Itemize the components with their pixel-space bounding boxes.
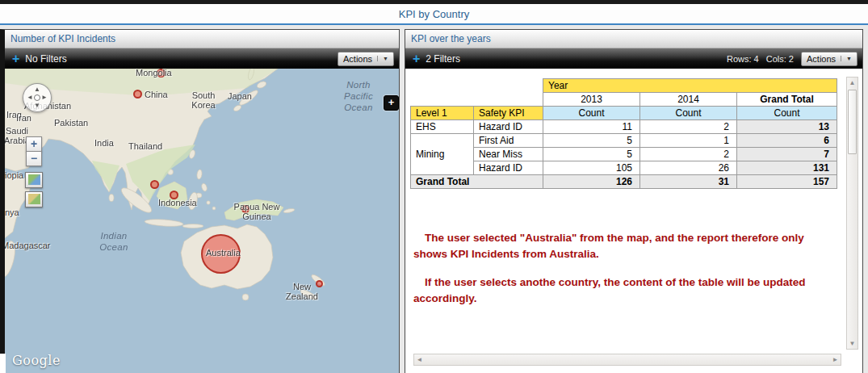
expand-map-button[interactable]: + bbox=[384, 95, 399, 111]
zoom-in-button[interactable]: + bbox=[26, 136, 42, 152]
map-type-icon bbox=[28, 174, 40, 185]
actions-label: Actions bbox=[343, 54, 372, 64]
map-marker-papua-new-guinea[interactable] bbox=[241, 205, 249, 213]
table-row: Year bbox=[411, 79, 837, 93]
actions-label: Actions bbox=[807, 54, 836, 64]
corner-cell bbox=[411, 79, 543, 93]
cell-total: 7 bbox=[737, 148, 837, 161]
cell-total: 13 bbox=[737, 120, 837, 134]
report-content: Year 2013 2014 Grand Total Level 1 Safet… bbox=[405, 69, 862, 373]
table-row: 2013 2014 Grand Total bbox=[411, 93, 837, 107]
pan-control[interactable]: ▲ ▼ ◄ ► bbox=[23, 83, 52, 112]
kpi-years-panel: KPI over the years + 2 Filters Rows: 4 C… bbox=[405, 29, 863, 373]
cell-value: 2 bbox=[640, 120, 737, 134]
annotation-paragraph-2: If the user selects anothe country, the … bbox=[413, 275, 824, 306]
incidents-toolbar: + No Filters Actions ▼ bbox=[5, 48, 399, 69]
annotation-paragraph-1: The user selected "Australia" from the m… bbox=[413, 230, 824, 262]
kpi-incidents-panel: Number of KPI Incidents + No Filters Act… bbox=[0, 29, 400, 373]
pan-right-icon[interactable]: ► bbox=[41, 94, 48, 101]
table-row: Hazard ID 105 26 131 bbox=[411, 161, 837, 175]
cell-total: 131 bbox=[737, 161, 837, 175]
scroll-right-icon[interactable]: ► bbox=[830, 354, 841, 365]
cell-total: 6 bbox=[737, 134, 837, 148]
chevron-down-icon: ▼ bbox=[841, 56, 852, 61]
map-marker-indonesia-1[interactable] bbox=[150, 180, 159, 189]
filters-label: 2 Filters bbox=[426, 53, 460, 65]
map-marker-indonesia-2[interactable] bbox=[170, 191, 178, 199]
overview-map-button[interactable] bbox=[25, 191, 43, 207]
year-header: Year bbox=[543, 79, 837, 93]
panel-title-incidents: Number of KPI Incidents bbox=[5, 30, 399, 48]
page-title: KPI by Country bbox=[399, 8, 469, 20]
grand-total-row: Grand Total 126 31 157 bbox=[411, 175, 837, 189]
filters-label: No Filters bbox=[25, 53, 66, 65]
cell-level1: Mining bbox=[411, 134, 474, 175]
col-header-2014: 2014 bbox=[640, 93, 737, 107]
measure-header: Count bbox=[640, 107, 737, 120]
panel-title-years: KPI over the years bbox=[405, 30, 862, 48]
pan-up-icon[interactable]: ▲ bbox=[34, 86, 40, 93]
cell-value: 2 bbox=[640, 148, 737, 161]
grand-total-label: Grand Total bbox=[411, 175, 543, 189]
cols-count-label: Cols: 2 bbox=[766, 54, 794, 64]
chevron-down-icon: ▼ bbox=[377, 56, 388, 61]
cell-value: 5 bbox=[543, 134, 640, 148]
actions-button[interactable]: Actions ▼ bbox=[801, 52, 858, 66]
map-viewport[interactable]: Mongolia China Japan South Korea Afghani… bbox=[5, 69, 399, 373]
scroll-down-icon[interactable]: ▼ bbox=[847, 338, 858, 349]
overview-map-icon bbox=[28, 194, 40, 204]
pan-center-icon[interactable] bbox=[34, 94, 40, 101]
measure-header: Count bbox=[543, 107, 640, 120]
table-row: Near Miss 5 2 7 bbox=[411, 148, 837, 161]
add-filter-icon[interactable]: + bbox=[12, 52, 19, 65]
app-header: KPI by Country bbox=[0, 4, 868, 25]
actions-button[interactable]: Actions ▼ bbox=[338, 52, 394, 66]
grand-total-2013: 126 bbox=[543, 175, 640, 189]
cell-level1: EHS bbox=[411, 120, 474, 134]
measure-header: Count bbox=[737, 107, 837, 120]
grand-total-overall: 157 bbox=[737, 175, 837, 189]
cell-kpi: Hazard ID bbox=[474, 120, 543, 134]
map-type-button[interactable] bbox=[25, 172, 43, 188]
annotation-text: The user selected "Australia" from the m… bbox=[413, 230, 824, 319]
table-row: Level 1 Safety KPI Count Count Count bbox=[411, 107, 837, 120]
google-logo: Google bbox=[12, 353, 61, 368]
map-marker-china[interactable] bbox=[133, 90, 142, 98]
horizontal-scrollbar[interactable]: ◄ ► bbox=[413, 354, 841, 366]
cell-value: 1 bbox=[640, 134, 737, 148]
col-header-2013: 2013 bbox=[543, 93, 640, 107]
pan-left-icon[interactable]: ◄ bbox=[27, 94, 33, 101]
cell-value: 11 bbox=[543, 120, 640, 134]
dim-header-safety-kpi: Safety KPI bbox=[474, 107, 543, 120]
cell-value: 26 bbox=[640, 161, 737, 175]
cell-value: 5 bbox=[543, 148, 640, 161]
pan-down-icon[interactable]: ▼ bbox=[34, 103, 40, 109]
vertical-scrollbar[interactable]: ▲ ▼ bbox=[846, 77, 858, 350]
grand-total-2014: 31 bbox=[640, 175, 737, 189]
cell-value: 105 bbox=[543, 161, 640, 175]
scroll-up-icon[interactable]: ▲ bbox=[847, 78, 858, 88]
cell-kpi: Hazard ID bbox=[474, 161, 543, 175]
corner-cell bbox=[411, 93, 543, 107]
zoom-out-button[interactable]: − bbox=[26, 151, 42, 166]
vertical-scroll-thumb[interactable] bbox=[848, 90, 857, 154]
table-row: Mining First Aid 5 1 6 bbox=[411, 134, 837, 148]
map-landmass bbox=[5, 69, 399, 373]
scroll-left-icon[interactable]: ◄ bbox=[414, 354, 425, 365]
rows-count-label: Rows: 4 bbox=[727, 54, 759, 64]
map-marker-mongolia[interactable] bbox=[157, 69, 166, 78]
cell-kpi: Near Miss bbox=[474, 148, 543, 161]
pivot-table: Year 2013 2014 Grand Total Level 1 Safet… bbox=[410, 78, 837, 189]
table-row: EHS Hazard ID 11 2 13 bbox=[411, 120, 837, 134]
col-header-grand-total: Grand Total bbox=[737, 93, 837, 107]
dashboard: KPI by Country Number of KPI Incidents +… bbox=[0, 0, 868, 373]
add-filter-icon[interactable]: + bbox=[413, 52, 420, 65]
map-marker-australia-selected[interactable] bbox=[201, 234, 241, 274]
window-corner bbox=[0, 354, 6, 373]
dim-header-level1: Level 1 bbox=[411, 107, 474, 120]
map-marker-new-zealand[interactable] bbox=[316, 280, 323, 287]
years-toolbar: + 2 Filters Rows: 4 Cols: 2 Actions ▼ bbox=[405, 48, 862, 69]
cell-kpi: First Aid bbox=[474, 134, 543, 148]
